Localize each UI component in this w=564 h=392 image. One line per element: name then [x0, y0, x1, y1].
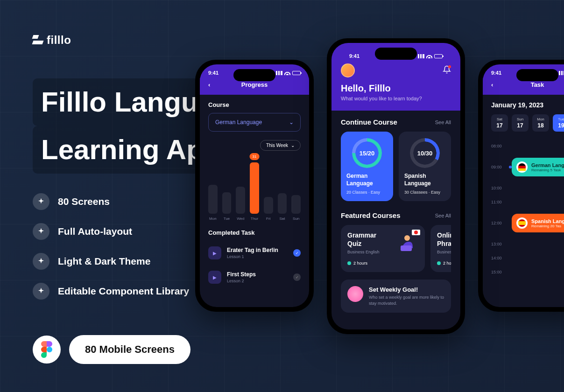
phone-mockup-progress: 9:41 ‹ Progress Course German Language ⌄…: [195, 60, 314, 312]
phone-mockup-home: 9:41 Hello, Filllo What would you like t…: [327, 38, 465, 334]
slot-time: 10:00: [491, 186, 507, 190]
course-illustration-icon: [398, 228, 422, 252]
greeting-sub: What would you like to learn today?: [341, 96, 451, 101]
day-chip[interactable]: Sun 17: [512, 114, 529, 132]
day-number: 19: [555, 122, 564, 129]
task-date: January 19, 2023: [491, 101, 564, 109]
task-status-icon: ✓: [293, 273, 301, 281]
task-row[interactable]: ▶ First Steps Lesson 2 ✓: [208, 265, 301, 289]
weekly-goal-card[interactable]: Set Weekly Goal! Who set a weekly goal a…: [341, 280, 451, 313]
now-indicator-icon: [509, 166, 512, 168]
goal-title: Set Weekly Goal!: [369, 286, 444, 293]
task-sub: Lesson 1: [227, 254, 288, 259]
featured-label: Featured Courses: [341, 211, 401, 219]
sparkle-icon: [33, 223, 49, 240]
schedule-event[interactable]: Spanish Lang Remaining 20 Tas: [512, 214, 564, 232]
play-icon: ▶: [208, 246, 221, 259]
course-card[interactable]: 15/20 German Language 20 Classes · Easy: [341, 132, 393, 201]
goal-emoji-icon: [347, 286, 363, 302]
featured-card[interactable]: GrammarQuiz Business English 2 hours: [341, 225, 425, 272]
chart-bar[interactable]: Mon: [208, 185, 218, 221]
progress-text: 10/30: [410, 138, 440, 168]
chevron-down-icon: ⌄: [291, 143, 295, 148]
cta-row: 80 Mobile Screens: [33, 335, 190, 364]
bar-day-label: Wed: [237, 217, 244, 221]
schedule-slot: 14:00: [491, 251, 564, 265]
bar-peak-badge: 31: [250, 153, 260, 160]
day-chip[interactable]: Sat 17: [491, 114, 508, 132]
task-row[interactable]: ▶ Erater Tag in Berlin Lesson 1 ✓: [208, 241, 301, 265]
user-avatar[interactable]: [341, 63, 355, 77]
chart-bar[interactable]: Fri: [264, 197, 273, 221]
day-number: 17: [493, 122, 506, 129]
slot-time: 15:00: [491, 270, 507, 274]
back-icon[interactable]: ‹: [208, 81, 210, 88]
chevron-down-icon: ⌄: [289, 119, 294, 126]
schedule-slot: 12:00 Spanish Lang Remaining 20 Tas: [491, 209, 564, 237]
event-sub: Remaining 20 Tas: [531, 224, 564, 228]
slot-time: 09:00: [491, 165, 507, 169]
featured-card[interactable]: OnlinePhras Business 2 hours: [430, 225, 451, 272]
play-icon: ▶: [208, 271, 221, 284]
back-icon[interactable]: ‹: [491, 81, 493, 88]
day-of-week: Sat: [493, 117, 506, 121]
chart-bar[interactable]: Sat: [278, 193, 287, 221]
progress-ring: 10/30: [410, 138, 440, 168]
see-all-link[interactable]: See All: [435, 213, 451, 218]
see-all-link[interactable]: See All: [435, 119, 451, 125]
chart-bar[interactable]: 31 Thur: [250, 162, 259, 221]
brand-logo: filllo: [33, 34, 71, 47]
slot-time: 08:00: [491, 144, 507, 148]
event-title: German Lang: [531, 162, 564, 168]
course-card[interactable]: 10/30 Spanish Language 30 Classees · Eas…: [399, 132, 451, 201]
sparkle-icon: [33, 253, 49, 270]
schedule-slot: 10:00: [491, 181, 564, 195]
course-section-label: Course: [208, 101, 301, 108]
schedule-slot: 13:00: [491, 237, 564, 251]
phone-mockup-task: 9:41 ‹ Task January 19, 2023 Sat 17 Sun …: [478, 60, 564, 312]
course-select[interactable]: German Language ⌄: [208, 113, 301, 132]
chart-bar[interactable]: Tue: [222, 192, 232, 221]
sparkle-icon: [33, 283, 49, 300]
task-title: First Steps: [227, 271, 288, 278]
schedule-slot: 15:00: [491, 265, 564, 279]
day-chip[interactable]: Mon 18: [532, 114, 549, 132]
svg-point-0: [47, 347, 52, 352]
event-title: Spanish Lang: [531, 218, 564, 224]
screen-title: Progress: [241, 81, 268, 88]
bar-day-label: Sat: [279, 217, 285, 221]
feature-text: Light & Dark Theme: [58, 256, 150, 267]
bar-day-label: Tue: [224, 217, 230, 221]
cta-pill[interactable]: 80 Mobile Screens: [69, 335, 190, 364]
day-number: 18: [534, 122, 547, 129]
slot-time: 11:00: [491, 200, 507, 204]
screen-title: Task: [531, 81, 544, 88]
schedule-slot: 09:00 German Lang Remaining 5 Task: [491, 153, 564, 181]
week-filter[interactable]: This Week⌄: [260, 140, 301, 151]
completed-task-label: Completed Task: [208, 229, 301, 236]
flag-icon: [516, 161, 528, 173]
brand-mark-icon: [33, 35, 43, 45]
day-chip[interactable]: Tue 19: [553, 114, 564, 132]
chart-bar[interactable]: Wed: [236, 187, 245, 221]
continue-course-label: Continue Course: [341, 118, 397, 126]
notification-bell-icon[interactable]: [443, 65, 451, 76]
dynamic-island-icon: [516, 69, 558, 81]
schedule-event[interactable]: German Lang Remaining 5 Task: [512, 158, 564, 176]
bar-day-label: Thur: [251, 217, 258, 221]
day-of-week: Tue: [555, 117, 564, 121]
dynamic-island-icon: [375, 48, 417, 60]
progress-ring: 15/20: [352, 138, 382, 168]
feature-item: Light & Dark Theme: [33, 253, 189, 270]
sparkle-icon: [33, 193, 49, 210]
chart-bar[interactable]: Sun: [291, 195, 301, 221]
day-of-week: Mon: [534, 117, 547, 121]
featured-time: 2 hours: [437, 261, 451, 266]
brand-name: filllo: [47, 34, 71, 47]
svg-point-3: [404, 235, 410, 241]
slot-time: 12:00: [491, 221, 507, 225]
progress-chart: Mon Tue Wed 31 Thur Fri Sat: [208, 151, 301, 221]
featured-sub: Business: [437, 250, 451, 254]
goal-sub: Who set a weekly goal are more likely to…: [369, 294, 444, 306]
figma-icon: [33, 336, 61, 364]
